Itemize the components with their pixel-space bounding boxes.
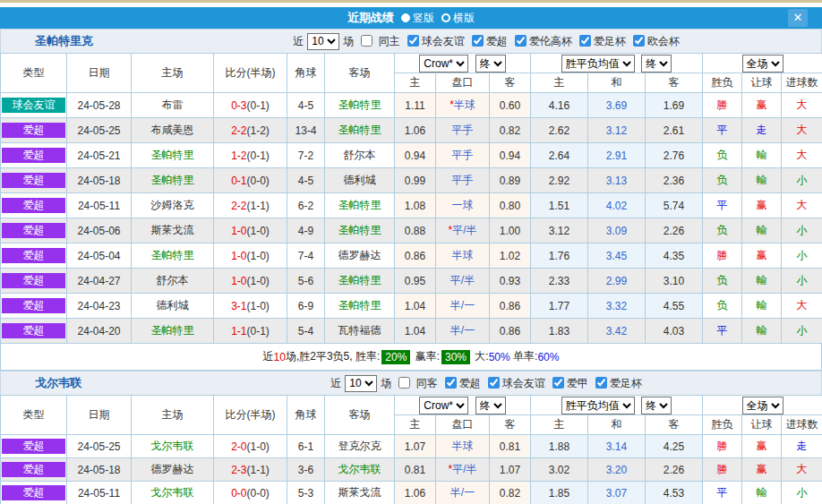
scope-select[interactable]: 全场: [742, 55, 783, 73]
near-label: 近: [293, 34, 304, 49]
league-checkbox[interactable]: [445, 377, 457, 389]
league-filter-0[interactable]: 球会友谊: [402, 34, 467, 49]
away-team: 斯莱戈流: [325, 482, 395, 504]
away-odds: 0.80: [490, 193, 531, 218]
goals-result-glyph: 大: [782, 193, 822, 218]
goals-result-glyph: 大: [782, 294, 822, 319]
league-checkbox[interactable]: [579, 35, 591, 47]
away-odds: 1.00: [490, 218, 531, 243]
league-checkbox[interactable]: [595, 377, 607, 389]
league-filter-1[interactable]: 爱超: [467, 34, 509, 49]
close-icon[interactable]: ✕: [788, 9, 808, 27]
sections-container: 圣帕特里克 近 10 场 同主 球会友谊爱超爱伦高杯爱足杯欧会杯: [0, 29, 822, 504]
avg-draw-odds: 2.99: [588, 269, 646, 294]
match-row: 球会友谊 24-05-28 布雷 0-3(0-1) 4-5 圣帕特里 1.11 …: [1, 93, 822, 118]
asian-odds-group-header: Crow* 终: [395, 54, 531, 73]
sub-column-header: 让球: [742, 73, 782, 93]
vertical-layout-label: 竖版: [413, 11, 434, 26]
match-date: 24-04-27: [67, 269, 132, 294]
same-venue-filter[interactable]: 同主: [355, 34, 401, 49]
league-checkbox[interactable]: [407, 35, 419, 47]
league-checkbox[interactable]: [633, 35, 645, 47]
odds-time-select[interactable]: 终: [475, 55, 506, 73]
match-count-select[interactable]: 10: [307, 33, 339, 50]
away-team: 圣帕特里: [325, 193, 395, 218]
league-filter-3[interactable]: 爱足杯: [590, 376, 644, 391]
sub-column-header: 胜负: [703, 415, 742, 435]
goals-result-glyph: 小: [782, 482, 822, 504]
league-filter-3[interactable]: 爱足杯: [574, 34, 628, 49]
avg-draw-odds: 3.20: [588, 458, 646, 482]
league-filter-label: 爱足杯: [594, 35, 626, 47]
column-header-corner: 角球: [287, 54, 325, 93]
same-venue-filter[interactable]: 同客: [393, 376, 439, 391]
result-glyph: 负: [703, 294, 742, 319]
vertical-layout-radio[interactable]: [401, 13, 410, 22]
handicap: 一球: [436, 193, 490, 218]
league-filter-label: 爱伦高杯: [529, 35, 572, 47]
handicap: *平/半: [436, 218, 490, 243]
score: 1-0(1-0): [214, 243, 287, 269]
match-date: 24-04-20: [67, 319, 132, 344]
home-team: 德罗赫达: [132, 458, 214, 482]
away-odds: 0.89: [490, 168, 531, 193]
handicap-result-glyph: 赢: [742, 458, 782, 482]
league-filter-2[interactable]: 爱伦高杯: [509, 34, 574, 49]
avg-away-odds: 4.03: [646, 319, 703, 344]
avg-draw-odds: 4.02: [588, 193, 646, 218]
same-venue-checkbox[interactable]: [398, 377, 410, 389]
matches-unit-label: 场: [343, 34, 354, 49]
home-team: 布雷: [132, 93, 214, 118]
away-odds: 0.82: [490, 118, 531, 143]
match-date: 24-05-25: [67, 118, 132, 143]
sub-column-header: 主: [395, 415, 436, 435]
handicap: 平手: [436, 168, 490, 193]
handicap: 半球: [436, 243, 490, 269]
column-header-corner: 角球: [287, 396, 325, 435]
scope-select[interactable]: 全场: [742, 397, 783, 414]
handicap-result-glyph: 輸: [742, 168, 782, 193]
league-filter-1[interactable]: 球会友谊: [483, 376, 547, 391]
match-row: 爱超 24-05-18 圣帕特里 0-1(0-0) 4-5 德利城 0.99 平…: [1, 168, 822, 193]
league-filter-4[interactable]: 欧会杯: [628, 34, 681, 49]
league-filter-0[interactable]: 爱超: [440, 376, 483, 391]
corner-count: 5-4: [287, 319, 325, 344]
same-venue-label: 同客: [416, 377, 438, 389]
home-team: 圣帕特里: [132, 168, 214, 193]
league-checkbox[interactable]: [515, 35, 527, 47]
away-odds: 0.82: [490, 482, 531, 504]
europe-odds-select[interactable]: 胜平负均值: [561, 55, 635, 73]
league-checkbox[interactable]: [472, 35, 484, 47]
corner-count: 6-1: [287, 435, 325, 458]
handicap: 半/一: [436, 319, 490, 344]
league-filter-2[interactable]: 爱甲: [547, 376, 590, 391]
europe-time-select[interactable]: 终: [641, 55, 672, 73]
result-glyph: 勝: [703, 93, 742, 118]
europe-time-select[interactable]: 终: [641, 397, 672, 414]
result-glyph: 勝: [703, 243, 742, 269]
handicap: 平手: [436, 118, 490, 143]
horizontal-layout-radio[interactable]: [441, 13, 450, 22]
home-odds: 0.95: [395, 269, 436, 294]
europe-odds-select[interactable]: 胜平负均值: [561, 397, 635, 414]
goals-result-glyph: 大: [782, 143, 822, 168]
sub-column-header: 盘口: [436, 73, 490, 93]
away-team: 登克尔克: [325, 435, 395, 458]
league-checkbox[interactable]: [488, 377, 500, 389]
same-venue-checkbox[interactable]: [361, 35, 372, 47]
home-team: 圣帕特里: [132, 319, 214, 344]
league-badge: 爱超: [1, 269, 67, 294]
goals-result-glyph: 大: [782, 93, 822, 118]
sub-column-header: 和: [588, 415, 646, 435]
sub-column-header: 客: [490, 73, 531, 93]
odds-time-select[interactable]: 终: [475, 397, 506, 414]
handicap: *平/半: [436, 458, 490, 482]
column-header-type: 类型: [1, 396, 67, 435]
league-checkbox[interactable]: [552, 377, 564, 389]
corner-count: 4-5: [287, 168, 325, 193]
match-count-select[interactable]: 10: [345, 375, 377, 392]
column-header-away: 客场: [325, 396, 395, 435]
away-team: 圣帕特里: [325, 269, 395, 294]
odds-company-select[interactable]: Crow*: [419, 397, 468, 414]
odds-company-select[interactable]: Crow*: [419, 55, 468, 73]
